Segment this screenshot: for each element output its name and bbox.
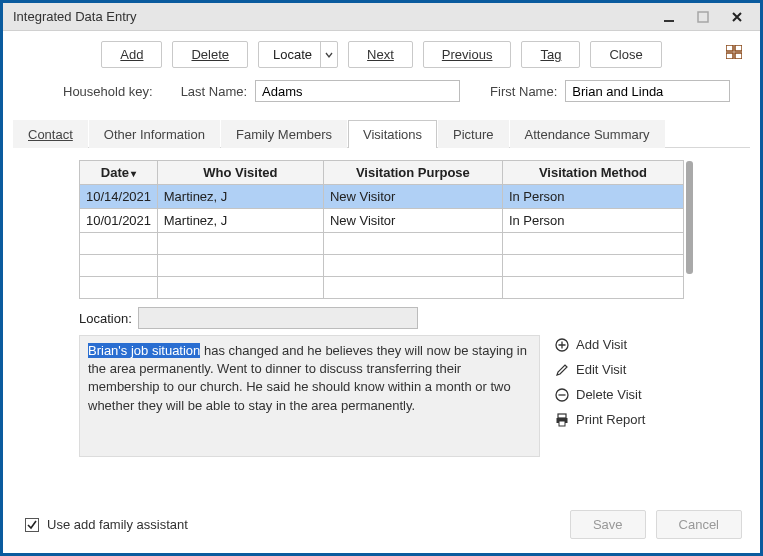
next-button[interactable]: Next <box>348 41 413 68</box>
checkbox-icon <box>25 518 39 532</box>
tab-family-members[interactable]: Family Members <box>221 120 347 148</box>
printer-icon <box>554 412 569 427</box>
visit-actions: Add Visit Edit Visit Delete Visit <box>554 335 684 457</box>
location-row: Location: <box>79 307 684 329</box>
main-toolbar: Add Delete Locate Next Previous Tag Clos… <box>3 31 760 76</box>
sort-desc-icon: ▾ <box>131 168 136 179</box>
tab-contact[interactable]: Contact <box>13 120 88 148</box>
pencil-icon <box>554 362 569 377</box>
svg-rect-0 <box>664 20 674 22</box>
tab-picture[interactable]: Picture <box>438 120 508 148</box>
grid-view-icon[interactable] <box>726 45 742 62</box>
previous-button[interactable]: Previous <box>423 41 512 68</box>
save-button[interactable]: Save <box>570 510 646 539</box>
locate-split-button[interactable]: Locate <box>258 41 338 68</box>
minimize-button[interactable] <box>652 3 686 30</box>
svg-rect-5 <box>735 53 742 59</box>
plus-circle-icon <box>554 337 569 352</box>
minus-circle-icon <box>554 387 569 402</box>
close-window-button[interactable] <box>720 3 754 30</box>
firstname-input[interactable] <box>565 80 730 102</box>
svg-rect-3 <box>735 45 742 51</box>
app-window: Integrated Data Entry Add Delete Locate … <box>0 0 763 556</box>
grid-scrollbar[interactable] <box>686 161 693 274</box>
footer: Use add family assistant Save Cancel <box>3 500 760 553</box>
grid-header-row: Date▾ Who Visited Visitation Purpose Vis… <box>80 161 684 185</box>
print-report-action[interactable]: Print Report <box>554 412 684 427</box>
delete-button[interactable]: Delete <box>172 41 248 68</box>
delete-visit-action[interactable]: Delete Visit <box>554 387 684 402</box>
table-row[interactable] <box>80 277 684 299</box>
col-header-who[interactable]: Who Visited <box>157 161 323 185</box>
add-button[interactable]: Add <box>101 41 162 68</box>
tab-attendance-summary[interactable]: Attendance Summary <box>510 120 665 148</box>
add-visit-action[interactable]: Add Visit <box>554 337 684 352</box>
titlebar: Integrated Data Entry <box>3 3 760 31</box>
table-row[interactable]: 10/01/2021 Martinez, J New Visitor In Pe… <box>80 209 684 233</box>
location-input[interactable] <box>138 307 418 329</box>
svg-rect-10 <box>559 421 565 426</box>
location-label: Location: <box>79 311 132 326</box>
notes-highlight: Brian's job situation <box>88 343 200 358</box>
col-header-method[interactable]: Visitation Method <box>502 161 683 185</box>
lastname-input[interactable] <box>255 80 460 102</box>
svg-rect-4 <box>726 53 733 59</box>
lastname-label: Last Name: <box>181 84 247 99</box>
chevron-down-icon[interactable] <box>321 42 337 67</box>
window-title: Integrated Data Entry <box>13 9 652 24</box>
tab-body-visitations: Date▾ Who Visited Visitation Purpose Vis… <box>3 148 760 500</box>
firstname-label: First Name: <box>490 84 557 99</box>
tabstrip: Contact Other Information Family Members… <box>13 118 750 148</box>
tab-other-information[interactable]: Other Information <box>89 120 220 148</box>
col-header-purpose[interactable]: Visitation Purpose <box>323 161 502 185</box>
table-row[interactable]: 10/14/2021 Martinez, J New Visitor In Pe… <box>80 185 684 209</box>
edit-visit-action[interactable]: Edit Visit <box>554 362 684 377</box>
svg-rect-8 <box>558 414 566 418</box>
notes-area: Brian's job situation has changed and he… <box>79 335 684 457</box>
visit-notes[interactable]: Brian's job situation has changed and he… <box>79 335 540 457</box>
household-key-label: Household key: <box>63 84 153 99</box>
close-button[interactable]: Close <box>590 41 661 68</box>
cancel-button[interactable]: Cancel <box>656 510 742 539</box>
tag-button[interactable]: Tag <box>521 41 580 68</box>
svg-rect-1 <box>698 12 708 22</box>
visits-grid: Date▾ Who Visited Visitation Purpose Vis… <box>79 160 684 299</box>
table-row[interactable] <box>80 255 684 277</box>
col-header-date[interactable]: Date▾ <box>80 161 158 185</box>
tab-visitations[interactable]: Visitations <box>348 120 437 148</box>
maximize-button[interactable] <box>686 3 720 30</box>
table-row[interactable] <box>80 233 684 255</box>
add-family-assistant-checkbox[interactable]: Use add family assistant <box>25 517 188 532</box>
svg-rect-2 <box>726 45 733 51</box>
household-key-row: Household key: Last Name: First Name: <box>3 76 760 118</box>
